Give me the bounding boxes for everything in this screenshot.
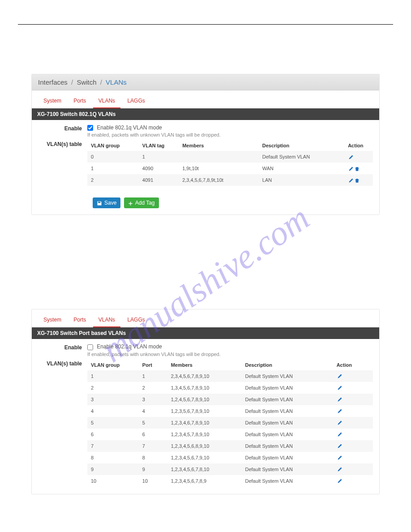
breadcrumb-sep-icon: / <box>69 78 75 86</box>
cell-group: 6 <box>87 429 139 440</box>
enable-help: If enabled, packets with unknown VLAN ta… <box>87 132 373 137</box>
panel-heading: XG-7100 Switch Port based VLANs <box>32 327 379 339</box>
edit-icon[interactable] <box>348 154 354 160</box>
cell-port: 2 <box>139 382 167 394</box>
vlan-table: VLAN group Port Members Description Acti… <box>87 360 373 487</box>
edit-icon[interactable] <box>348 165 354 172</box>
table-row: 01Default System VLAN <box>87 151 373 163</box>
table-row: 112,3,4,5,6,7,8,9,10Default System VLAN <box>87 370 373 382</box>
table-row: 771,2,3,4,5,6,8,9,10Default System VLAN <box>87 440 373 452</box>
cell-group: 7 <box>87 440 139 452</box>
enable-checkbox[interactable] <box>87 125 93 131</box>
edit-icon[interactable] <box>337 408 343 414</box>
cell-description: Default System VLAN <box>242 429 333 440</box>
tab-laggs[interactable]: LAGGs <box>122 314 150 327</box>
edit-icon[interactable] <box>337 431 343 438</box>
tab-laggs[interactable]: LAGGs <box>122 95 150 108</box>
cell-action <box>344 174 373 186</box>
cell-action <box>333 429 373 440</box>
cell-group: 1 <box>87 163 139 174</box>
edit-icon[interactable] <box>337 455 343 461</box>
add-tag-button-label: Add Tag <box>135 200 155 206</box>
cell-description: Default System VLAN <box>259 151 344 163</box>
enable-label: Enable <box>38 124 87 137</box>
cell-port: 5 <box>139 417 167 429</box>
tab-system[interactable]: System <box>38 95 67 108</box>
cell-action <box>333 440 373 452</box>
breadcrumb-sep-icon: / <box>98 78 104 86</box>
cell-group: 10 <box>87 475 139 487</box>
breadcrumb-switch[interactable]: Switch <box>77 78 96 86</box>
col-group: VLAN group <box>87 140 139 151</box>
col-members: Members <box>167 360 242 370</box>
tab-vlans[interactable]: VLANs <box>93 95 120 108</box>
table-row: 140901,9t,10tWAN <box>87 163 373 174</box>
table-row: 661,2,3,4,5,7,8,9,10Default System VLAN <box>87 429 373 440</box>
cell-members: 1,2,3,5,6,7,8,9,10 <box>167 405 242 417</box>
edit-icon[interactable] <box>348 177 354 183</box>
table-row: 331,2,4,5,6,7,8,9,10Default System VLAN <box>87 394 373 405</box>
save-icon <box>97 200 102 206</box>
cell-group: 2 <box>87 174 139 186</box>
edit-icon[interactable] <box>337 443 343 449</box>
cell-port: 10 <box>139 475 167 487</box>
edit-icon[interactable] <box>337 420 343 426</box>
breadcrumb-root[interactable]: Interfaces <box>38 78 68 86</box>
cell-members: 1,2,3,4,5,6,8,9,10 <box>167 440 242 452</box>
enable-checkbox[interactable] <box>87 344 93 350</box>
edit-icon[interactable] <box>337 466 343 472</box>
enable-checkbox-label[interactable]: Enable 802.1q VLAN mode <box>87 124 162 131</box>
table-row: 221,3,4,5,6,7,8,9,10Default System VLAN <box>87 382 373 394</box>
table-row: 441,2,3,5,6,7,8,9,10Default System VLAN <box>87 405 373 417</box>
cell-port: 6 <box>139 429 167 440</box>
cell-description: Default System VLAN <box>242 405 333 417</box>
cell-action <box>333 405 373 417</box>
cell-action <box>333 417 373 429</box>
cell-port: 9 <box>139 463 167 475</box>
cell-description: Default System VLAN <box>242 475 333 487</box>
trash-icon[interactable] <box>354 165 360 172</box>
save-button[interactable]: Save <box>93 197 120 208</box>
edit-icon[interactable] <box>337 373 343 379</box>
cell-members: 1,2,3,4,6,7,8,9,10 <box>167 417 242 429</box>
vlan-table-label: VLAN(s) table <box>38 140 87 186</box>
cell-members: 1,2,3,4,5,6,7,8,9 <box>167 475 242 487</box>
cell-group: 0 <box>87 151 139 163</box>
cell-group: 4 <box>87 405 139 417</box>
vlan-panel-8021q: Interfaces / Switch / VLANs System Ports… <box>31 74 380 215</box>
tab-ports[interactable]: Ports <box>68 95 91 108</box>
enable-label: Enable <box>38 343 87 356</box>
cell-description: Default System VLAN <box>242 394 333 405</box>
edit-icon[interactable] <box>337 396 343 403</box>
edit-icon[interactable] <box>337 478 343 484</box>
enable-checkbox-label[interactable]: Enable 802.1q VLAN mode <box>87 343 162 350</box>
tab-system[interactable]: System <box>38 314 67 327</box>
cell-tag: 4090 <box>139 163 179 174</box>
cell-action <box>333 452 373 463</box>
edit-icon[interactable] <box>337 385 343 391</box>
cell-members: 1,3,4,5,6,7,8,9,10 <box>167 382 242 394</box>
col-action: Action <box>333 360 373 370</box>
breadcrumb-vlans: VLANs <box>106 78 127 86</box>
cell-description: Default System VLAN <box>242 417 333 429</box>
add-tag-button[interactable]: Add Tag <box>124 197 159 208</box>
cell-members <box>179 151 259 163</box>
cell-tag: 1 <box>139 151 179 163</box>
trash-icon[interactable] <box>354 177 360 183</box>
vlan-table-label: VLAN(s) table <box>38 360 87 487</box>
vlan-table: VLAN group VLAN tag Members Description … <box>87 140 373 186</box>
table-row: 551,2,3,4,6,7,8,9,10Default System VLAN <box>87 417 373 429</box>
tab-vlans[interactable]: VLANs <box>93 314 120 327</box>
col-description: Description <box>259 140 344 151</box>
tab-ports[interactable]: Ports <box>68 314 91 327</box>
col-tag: VLAN tag <box>139 140 179 151</box>
cell-members: 1,2,3,4,5,7,8,9,10 <box>167 429 242 440</box>
col-action: Action <box>344 140 373 151</box>
cell-action <box>344 151 373 163</box>
table-row: 240912,3,4,5,6,7,8,9t,10tLAN <box>87 174 373 186</box>
cell-description: Default System VLAN <box>242 370 333 382</box>
enable-text: Enable 802.1q VLAN mode <box>97 124 162 131</box>
cell-port: 3 <box>139 394 167 405</box>
tab-bar: System Ports VLANs LAGGs <box>32 309 379 327</box>
panel-body: Enable Enable 802.1q VLAN mode If enable… <box>32 339 379 493</box>
